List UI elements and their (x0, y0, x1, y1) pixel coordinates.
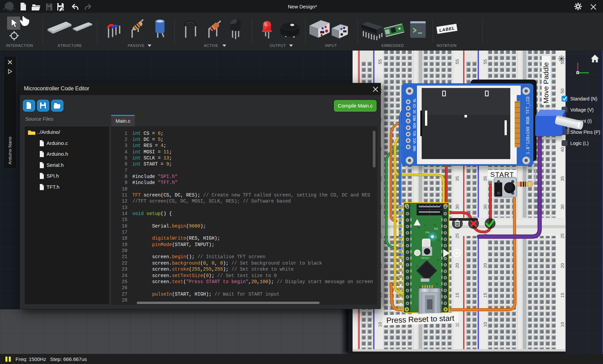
svg-text:55: 55 (483, 59, 488, 64)
svg-text:GND VCC SCL SDA RES DC CS BL: GND VCC SCL SDA RES DC CS BL (413, 98, 417, 151)
svg-text:RESET: RESET (421, 256, 430, 260)
svg-text:ON: ON (425, 231, 429, 234)
svg-text:30: 30 (483, 204, 488, 209)
svg-text:Voltage (V): Voltage (V) (570, 107, 594, 113)
svg-text:L: L (435, 236, 437, 239)
svg-text:35: 35 (560, 176, 565, 181)
svg-text:55: 55 (455, 59, 460, 64)
svg-text:20: 20 (560, 263, 565, 268)
svg-text:10: 10 (483, 322, 488, 327)
svg-text:20: 20 (483, 263, 488, 268)
svg-text:10: 10 (378, 322, 383, 327)
svg-text:New Design*: New Design* (288, 4, 317, 9)
svg-text:50: 50 (560, 88, 565, 93)
svg-text:Logic (L): Logic (L) (570, 141, 589, 146)
svg-text:30: 30 (455, 204, 460, 209)
svg-text:20: 20 (455, 263, 460, 268)
svg-text:15: 15 (483, 293, 488, 298)
svg-text:Standard (N): Standard (N) (570, 96, 597, 101)
svg-text:1.8'128x160 RGB TFT_LCD: 1.8'128x160 RGB TFT_LCD (526, 96, 531, 154)
svg-text:35: 35 (455, 176, 460, 181)
svg-text:30: 30 (560, 204, 565, 209)
svg-text:RX: RX (434, 227, 438, 231)
svg-text:Show Pins (P): Show Pins (P) (570, 129, 600, 135)
svg-text:25: 25 (560, 233, 565, 238)
svg-text:15: 15 (455, 293, 460, 298)
svg-text:15: 15 (560, 293, 565, 298)
svg-text:Arduino Nano: Arduino Nano (7, 136, 12, 164)
svg-text:35: 35 (483, 176, 488, 181)
svg-text:55: 55 (378, 59, 383, 64)
svg-text:40: 40 (560, 147, 565, 152)
svg-text:Move Paddle: Move Paddle (542, 62, 550, 103)
svg-text:10: 10 (560, 322, 565, 327)
svg-text:5000: 5000 (567, 127, 570, 134)
svg-text:25: 25 (455, 233, 460, 238)
